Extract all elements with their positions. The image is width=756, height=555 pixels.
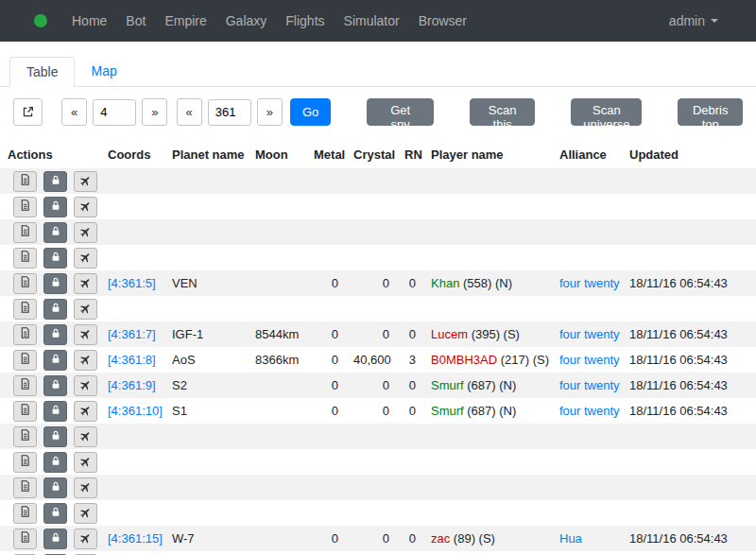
lock-button[interactable]	[43, 426, 67, 447]
lock-button[interactable]	[43, 477, 67, 498]
lock-button[interactable]	[43, 375, 67, 396]
nav-item-empire[interactable]: Empire	[155, 13, 215, 28]
actions-cell	[0, 347, 100, 373]
report-button[interactable]	[13, 375, 37, 396]
crystal-cell	[346, 424, 397, 449]
coords-link[interactable]: [4:361:10]	[108, 404, 163, 418]
scan-universe-button[interactable]: Scan universe	[571, 98, 642, 126]
planet-name-cell	[164, 449, 248, 475]
plane-button[interactable]	[74, 477, 97, 498]
report-button[interactable]	[13, 452, 37, 473]
nav-item-simulator[interactable]: Simulator	[335, 13, 409, 28]
open-external-button[interactable]	[13, 98, 43, 126]
alliance-link[interactable]: four twenty	[559, 276, 620, 290]
report-button[interactable]	[13, 324, 37, 345]
plane-button[interactable]	[74, 273, 97, 294]
get-spy-reports-button[interactable]: Get spy reports	[367, 98, 434, 126]
metal-cell: 0	[306, 526, 346, 551]
system-prev-button[interactable]: «	[177, 98, 202, 126]
lock-button[interactable]	[43, 324, 67, 345]
coords-link[interactable]: [4:361:7]	[108, 327, 156, 341]
report-button[interactable]	[13, 273, 37, 294]
lock-button[interactable]	[43, 350, 67, 371]
lock-button[interactable]	[43, 299, 67, 320]
report-button[interactable]	[13, 477, 37, 498]
galaxy-next-button[interactable]: »	[142, 98, 167, 126]
alliance-link[interactable]: four twenty	[559, 327, 620, 341]
plane-button[interactable]	[74, 324, 97, 345]
report-button[interactable]	[13, 529, 37, 549]
lock-icon	[50, 378, 61, 393]
plane-button[interactable]	[74, 197, 97, 217]
coords-link[interactable]: [4:361:15]	[108, 531, 163, 546]
report-button[interactable]	[13, 299, 37, 320]
scan-this-page-button[interactable]: Scan this page	[470, 98, 535, 126]
player-info: (687) (N)	[464, 378, 517, 392]
coords-link[interactable]: [4:361:9]	[108, 378, 156, 392]
alliance-link[interactable]: four twenty	[559, 404, 620, 418]
nav-item-home[interactable]: Home	[62, 13, 116, 28]
lock-button[interactable]	[43, 401, 67, 422]
updated-cell	[622, 168, 756, 194]
alliance-cell: Hua	[552, 526, 622, 551]
plane-button[interactable]	[74, 299, 97, 320]
galaxy-prev-button[interactable]: «	[61, 98, 87, 126]
report-button[interactable]	[13, 222, 37, 243]
report-button[interactable]	[13, 248, 37, 269]
lock-button[interactable]	[43, 248, 67, 269]
column-header-alliance: Alliance	[552, 141, 622, 168]
metal-cell	[306, 551, 346, 555]
report-button[interactable]	[13, 171, 37, 192]
player-name-cell	[423, 500, 552, 526]
player-info: (395) (S)	[468, 327, 520, 341]
go-button[interactable]: Go	[290, 98, 331, 126]
plane-button[interactable]	[74, 171, 97, 192]
report-button[interactable]	[13, 401, 37, 422]
plane-button[interactable]	[74, 426, 97, 447]
tab-table[interactable]: Table	[9, 57, 75, 87]
tab-map[interactable]: Map	[75, 57, 132, 86]
alliance-link[interactable]: four twenty	[559, 353, 620, 367]
report-button[interactable]	[13, 426, 37, 447]
user-menu[interactable]: admin	[669, 13, 741, 28]
plane-button[interactable]	[74, 452, 97, 473]
lock-icon	[50, 199, 61, 215]
lock-button[interactable]	[43, 222, 67, 243]
tab-bar: Table Map	[0, 57, 756, 87]
lock-icon	[50, 480, 61, 495]
metal-cell	[306, 500, 346, 526]
nav-item-browser[interactable]: Browser	[409, 13, 476, 28]
report-icon	[19, 224, 31, 240]
nav-item-bot[interactable]: Bot	[116, 13, 155, 28]
report-button[interactable]	[13, 350, 37, 371]
plane-button[interactable]	[74, 350, 97, 371]
coords-link[interactable]: [4:361:8]	[108, 353, 156, 367]
alliance-cell	[552, 219, 622, 245]
plane-button[interactable]	[74, 401, 97, 422]
report-button[interactable]	[13, 197, 37, 217]
lock-button[interactable]	[43, 452, 67, 473]
lock-button[interactable]	[43, 171, 67, 192]
coords-link[interactable]: [4:361:5]	[108, 276, 156, 290]
plane-button[interactable]	[74, 503, 97, 524]
plane-button[interactable]	[74, 529, 97, 549]
debris-top-100-button[interactable]: Debris top 100	[678, 98, 743, 126]
plane-button[interactable]	[74, 222, 97, 243]
plane-button[interactable]	[74, 248, 97, 269]
report-button[interactable]	[13, 503, 37, 524]
alliance-link[interactable]: Hua	[559, 531, 582, 546]
system-input[interactable]	[208, 99, 251, 126]
galaxy-input[interactable]	[93, 99, 136, 126]
lock-button[interactable]	[43, 273, 67, 294]
lock-button[interactable]	[43, 197, 67, 217]
plane-button[interactable]	[74, 375, 97, 396]
nav-item-flights[interactable]: Flights	[276, 13, 334, 28]
lock-button[interactable]	[43, 529, 67, 549]
nav-item-galaxy[interactable]: Galaxy	[216, 13, 277, 28]
brand-icon[interactable]	[34, 14, 47, 27]
system-next-button[interactable]: »	[257, 98, 283, 126]
lock-button[interactable]	[43, 503, 67, 524]
coords-cell	[100, 168, 164, 194]
alliance-link[interactable]: four twenty	[559, 378, 620, 392]
moon-cell	[248, 526, 306, 551]
